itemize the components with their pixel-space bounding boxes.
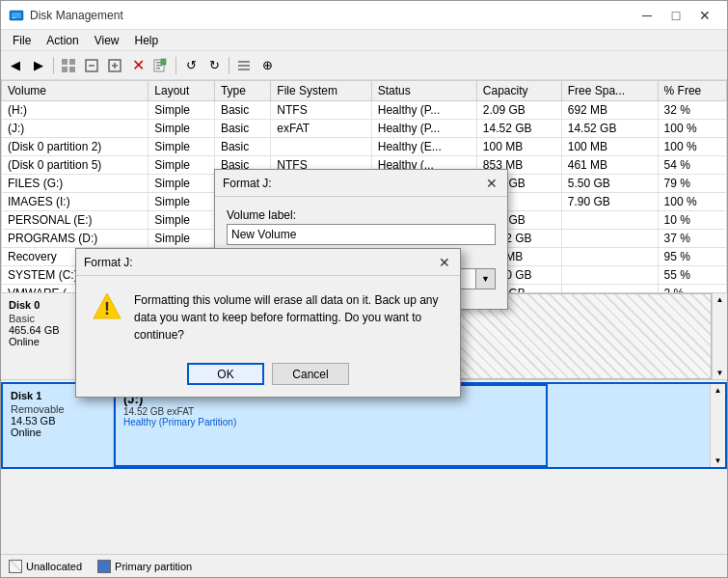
confirm-dialog: Format J: ✕ ! Formatting this volume wil… [75,248,461,398]
confirm-dialog-buttons: OK Cancel [76,355,460,397]
confirm-close-button[interactable]: ✕ [437,255,452,270]
volume-label-text: Volume label: [227,208,496,222]
filesystem-dropdown-btn[interactable]: ▼ [476,268,496,289]
confirm-cancel-button[interactable]: Cancel [272,363,349,385]
svg-text:!: ! [104,299,110,318]
confirm-dialog-body: ! Formatting this volume will erase all … [76,276,460,355]
warning-icon: ! [92,291,122,322]
confirm-ok-button[interactable]: OK [187,363,264,385]
format-dialog-bg-title-text: Format J: [223,177,272,190]
volume-label-input[interactable] [227,224,496,245]
format-dialog-bg-title: Format J: ✕ [215,170,507,197]
confirm-message: Formatting this volume will erase all da… [134,291,445,344]
confirm-title-text: Format J: [84,256,133,269]
format-dialog-bg-close[interactable]: ✕ [484,176,499,191]
volume-label-field: Volume label: [227,208,496,245]
dialog-overlay: Format J: ✕ Volume label: File system: ▼… [0,0,728,578]
confirm-dialog-title: Format J: ✕ [76,249,460,276]
